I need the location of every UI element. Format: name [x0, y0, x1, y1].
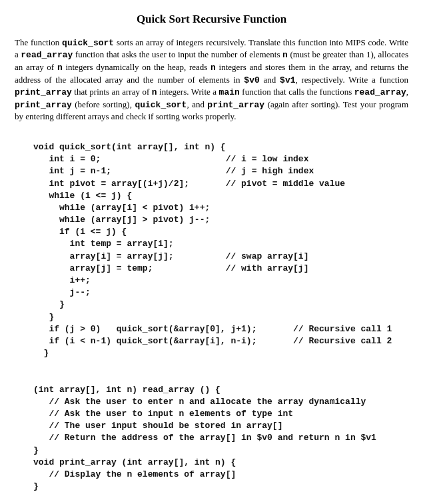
intro-text: function that asks the user to input the…: [73, 49, 282, 59]
code-term: read_array: [354, 87, 406, 97]
code-line: }: [33, 299, 65, 309]
intro-paragraph: The function quick_sort sorts an array o…: [15, 37, 408, 123]
code-line: }: [33, 348, 49, 358]
code-term: quick_sort: [135, 100, 187, 110]
intro-text: integers. Write a: [157, 87, 219, 97]
intro-text: and: [260, 75, 280, 85]
intro-text: , and: [187, 99, 207, 109]
code-line: if (i <= j) {: [33, 227, 127, 237]
code-line: if (j > 0) quick_sort(&array[0], j+1); /…: [33, 324, 392, 334]
code-term: print_array: [207, 100, 264, 110]
intro-text: ,: [406, 87, 408, 97]
code-line: array[i] = array[j]; // swap array[i]: [33, 251, 308, 261]
code-line: int i = 0; // i = low index: [33, 154, 308, 164]
code-line: i++;: [33, 275, 91, 285]
code-block: void quick_sort(int array[], int n) { in…: [33, 129, 408, 493]
code-line: // Ask the user to input n elements of t…: [33, 409, 293, 419]
code-line: j--;: [33, 287, 91, 297]
intro-text: function that calls the functions: [240, 87, 354, 97]
code-term: quick_sort: [62, 38, 114, 48]
code-term: n: [57, 63, 63, 73]
code-line: (int array[], int n) read_array () {: [33, 385, 220, 395]
code-term: $v0: [244, 75, 259, 85]
intro-text: integers dynamically on the heap, reads: [63, 62, 211, 72]
code-line: if (i < n-1) quick_sort(&array[i], n-i);…: [33, 336, 392, 346]
code-term: n: [152, 87, 157, 97]
code-term: $v1: [280, 75, 295, 85]
code-term: print_array: [15, 100, 72, 110]
code-line: // Ask the user to enter n and allocate …: [33, 397, 366, 407]
code-line: int temp = array[i];: [33, 239, 174, 249]
code-line: }: [33, 445, 39, 455]
code-line: while (array[i] < pivot) i++;: [33, 203, 210, 213]
code-line: // The user input should be stored in ar…: [33, 421, 282, 431]
code-line: // Return the address of the array[] in …: [33, 433, 376, 443]
code-line: while (array[j] > pivot) j--;: [33, 215, 210, 225]
intro-text: , respectively. Write a function: [296, 75, 409, 85]
code-term: n: [211, 63, 216, 73]
code-term: print_array: [15, 87, 72, 97]
page-title: Quick Sort Recursive Function: [15, 12, 408, 27]
intro-text: The function: [15, 37, 62, 47]
code-line: void print_array (int array[], int n) {: [33, 457, 236, 467]
code-term: n: [282, 50, 288, 60]
code-line: // Display the n elements of array[]: [33, 469, 236, 479]
code-line: }: [33, 481, 39, 491]
code-line: }: [33, 312, 54, 322]
code-line: int j = n-1; // j = high index: [33, 166, 314, 176]
code-line: void quick_sort(int array[], int n) {: [33, 142, 226, 152]
code-term: main: [219, 87, 240, 97]
intro-text: that prints an array of: [72, 87, 152, 97]
code-term: read_array: [21, 50, 73, 60]
code-line: array[j] = temp; // with array[j]: [33, 263, 308, 273]
intro-text: (before sorting),: [72, 99, 135, 109]
code-line: int pivot = array[(i+j)/2]; // pivot = m…: [33, 179, 345, 189]
code-line: while (i <= j) {: [33, 191, 132, 201]
